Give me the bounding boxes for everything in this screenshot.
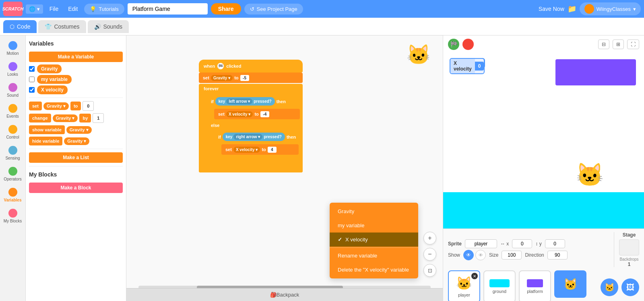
set-gravity-canvas-block[interactable]: set Gravity ▾ to -5 <box>199 73 303 83</box>
add-sprite-cat-button[interactable]: 🐱 <box>601 278 618 296</box>
gravity-dropdown[interactable]: Gravity ▾ <box>43 102 69 110</box>
if-left-arrow-block[interactable]: if key left arrow ▾ pressed? then <box>207 95 301 166</box>
set-xv-neg4-block[interactable]: set X velocity ▾ to -4 <box>214 109 300 119</box>
y-coord-input[interactable] <box>545 239 565 248</box>
sprite-name-input[interactable] <box>465 239 497 248</box>
direction-input[interactable] <box>547 251 568 259</box>
make-block-button[interactable]: Make a Block <box>29 183 123 193</box>
sprite-thumb-platform[interactable]: platform <box>519 270 551 301</box>
set-xv-4-block[interactable]: set X velocity ▾ to 4 <box>221 144 299 155</box>
hide-variable-block[interactable]: hide variable Gravity ▾ <box>29 137 123 145</box>
dropdown-item-rename[interactable]: Rename variable <box>330 249 418 263</box>
dropdown-item-myvariable[interactable]: my variable <box>330 218 418 232</box>
globe-button[interactable]: 🌐 ▾ <box>26 4 43 14</box>
myvariable-checkbox[interactable] <box>29 77 35 82</box>
backpack-icon: 🎒 <box>270 292 277 298</box>
gravity-checkbox[interactable] <box>29 66 35 72</box>
folder-button[interactable]: 📁 <box>568 4 576 13</box>
edit-menu-button[interactable]: Edit <box>65 4 81 14</box>
username-label: WiingyClasses <box>597 6 631 12</box>
zoom-in-button[interactable]: + <box>423 232 436 245</box>
when-flag-clicked-block[interactable]: when 🏁 clicked <box>199 60 303 73</box>
make-list-button[interactable]: Make a List <box>29 152 123 163</box>
show-eye-button[interactable]: 👁 <box>463 250 474 260</box>
make-variable-button[interactable]: Make a Variable <box>29 52 123 62</box>
code-canvas[interactable]: 🐱 when 🏁 clicked set Gravity ▾ to -5 <box>126 35 443 301</box>
tab-costumes[interactable]: 👕 Costumes <box>38 20 86 33</box>
stage-fullscreen-button[interactable]: ⛶ <box>627 39 639 49</box>
tab-code[interactable]: ⬡ Code <box>3 20 37 33</box>
xvelocity-checkbox[interactable] <box>29 87 35 93</box>
sprite-label: Sprite <box>448 241 462 247</box>
change-gravity-block[interactable]: change Gravity ▾ by 1 <box>29 113 123 123</box>
user-button[interactable]: WiingyClasses ▾ <box>580 2 641 15</box>
if-right-arrow-block[interactable]: if key right arrow ▾ pressed? then <box>214 131 300 161</box>
backpack-bar[interactable]: 🎒 Backpack <box>126 288 443 301</box>
x-coord-input[interactable] <box>512 239 532 248</box>
hide-eye-button[interactable]: 👁 <box>475 250 486 260</box>
sidebar-item-events[interactable]: Events <box>1 102 25 121</box>
gravity-chip[interactable]: Gravity <box>37 64 62 73</box>
gravity-value-input[interactable]: -5 <box>240 75 249 81</box>
xv-neg4-input[interactable]: -4 <box>260 111 269 117</box>
hide-gravity-dropdown[interactable]: Gravity ▾ <box>64 137 89 145</box>
xv-4-input[interactable]: 4 <box>268 147 277 153</box>
sidebar-item-operators[interactable]: Operators <box>1 164 25 184</box>
variable-dropdown-menu[interactable]: Gravity my variable X velocity Rename va… <box>330 203 418 278</box>
change-gravity-value[interactable]: 1 <box>93 113 104 123</box>
tab-code-label: Code <box>17 23 30 30</box>
stage-thumbnail <box>619 239 639 255</box>
xv-dropdown2[interactable]: X velocity ▾ <box>233 147 260 153</box>
green-flag-button[interactable]: 🏁 <box>448 39 459 50</box>
key-pressed-block2[interactable]: key right arrow ▾ pressed? <box>223 133 285 141</box>
key-pressed-block[interactable]: key left arrow ▾ pressed? <box>215 97 275 106</box>
set-gravity-block[interactable]: set Gravity ▾ to 0 <box>29 101 123 111</box>
project-name-input[interactable] <box>128 3 208 15</box>
stage-small-button[interactable]: ⊟ <box>598 39 609 49</box>
events-dot <box>8 104 17 113</box>
sprite-thumb-ground[interactable]: ground <box>483 270 516 301</box>
tab-sounds[interactable]: 🔊 Sounds <box>88 20 129 33</box>
dropdown-item-xvelocity[interactable]: X velocity <box>330 232 418 247</box>
set-gravity-value[interactable]: 0 <box>83 101 94 111</box>
file-menu-button[interactable]: File <box>46 4 62 14</box>
zoom-out-button[interactable]: − <box>423 248 436 261</box>
xvelocity-chip[interactable]: X velocity <box>37 85 68 94</box>
show-variable-block[interactable]: show variable Gravity ▾ <box>29 125 123 134</box>
save-now-button[interactable]: Save Now <box>539 6 564 12</box>
sidebar-item-myblocks[interactable]: My Blocks <box>1 206 25 226</box>
platform-label: platform <box>527 289 543 294</box>
share-button[interactable]: Share <box>211 3 241 15</box>
stop-button[interactable] <box>462 39 474 50</box>
sidebar-item-variables[interactable]: Variables <box>1 185 25 205</box>
forever-block[interactable]: forever if key left arrow ▾ pressed? <box>199 84 303 172</box>
key-left-arrow-dropdown[interactable]: left arrow ▾ <box>226 98 252 104</box>
sidebar-item-control[interactable]: Control <box>1 122 25 142</box>
dropdown-item-gravity[interactable]: Gravity <box>330 204 418 218</box>
player-delete-button[interactable]: ✕ <box>471 273 478 279</box>
myvariable-chip[interactable]: my variable <box>37 75 72 84</box>
stage-normal-button[interactable]: ⊞ <box>613 39 624 49</box>
add-sprite-button[interactable]: 🐱 <box>554 270 586 298</box>
sprite-thumb-player[interactable]: ✕ 🐱 player <box>448 270 480 301</box>
key-label: key <box>219 99 225 104</box>
change-gravity-dropdown[interactable]: Gravity ▾ <box>53 114 78 122</box>
fit-screen-button[interactable]: ⊡ <box>423 264 436 277</box>
sidebar-item-looks[interactable]: Looks <box>1 60 25 79</box>
add-backdrop-button[interactable]: 🖼 <box>621 278 639 296</box>
dropdown-item-delete[interactable]: Delete the "X velocity" variable <box>330 263 418 277</box>
xv-dropdown1[interactable]: X velocity ▾ <box>226 111 253 117</box>
sidebar-item-sensing[interactable]: Sensing <box>1 143 25 163</box>
tutorials-button[interactable]: 💡 Tutorials <box>84 4 124 15</box>
sidebar-item-motion[interactable]: Motion <box>1 39 25 58</box>
see-project-button[interactable]: ↺ See Project Page <box>244 4 303 15</box>
size-input[interactable] <box>502 251 522 259</box>
gravity-var-dropdown[interactable]: Gravity ▾ <box>211 75 233 81</box>
if-footer-right <box>214 157 300 161</box>
key-label2: key <box>226 135 233 139</box>
sidebar-item-sound[interactable]: Sound <box>1 81 25 100</box>
show-gravity-dropdown[interactable]: Gravity ▾ <box>66 126 92 134</box>
right-panel: 🏁 ⊟ ⊞ ⛶ Gravity -5 X velocity <box>443 35 644 301</box>
if-label2: if <box>218 135 221 139</box>
key-right-arrow-dropdown[interactable]: right arrow ▾ <box>233 134 262 140</box>
